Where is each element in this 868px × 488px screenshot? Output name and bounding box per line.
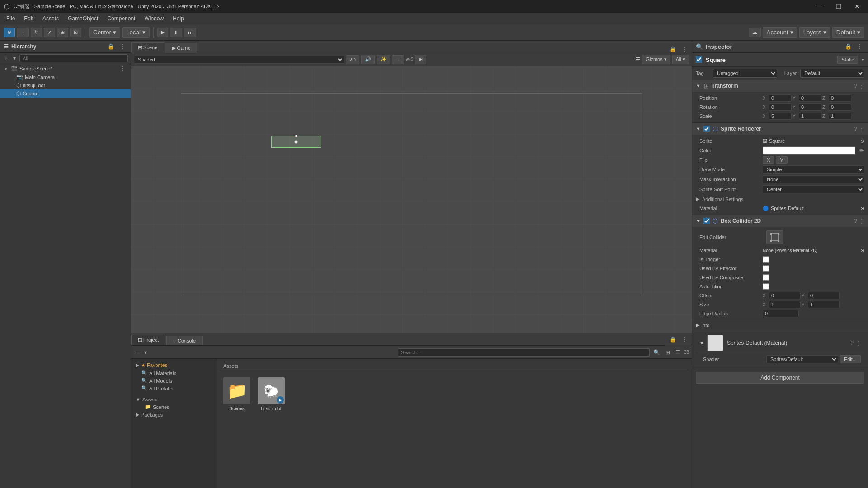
color-eyedropper-icon[interactable]: ✏ (859, 147, 864, 154)
menu-file[interactable]: File (2, 14, 19, 23)
game-tab[interactable]: ▶ Game (165, 43, 197, 53)
scene-nav-toggle[interactable]: → (392, 55, 404, 64)
sprite-renderer-header[interactable]: ▼ ⬡ Sprite Renderer ? ⋮ (692, 123, 868, 135)
transform-handle-center[interactable] (294, 140, 298, 144)
menu-component[interactable]: Component (103, 14, 140, 23)
bc2d-settings[interactable]: ⋮ (859, 218, 864, 224)
hierarchy-menu[interactable]: ⋮ (118, 43, 127, 50)
fav-all-materials[interactable]: 🔍 All Materials (134, 369, 214, 377)
project-lock[interactable]: 🔒 (668, 336, 678, 343)
fav-all-models[interactable]: 🔍 All Models (134, 377, 214, 385)
transform-help[interactable]: ? (854, 83, 857, 89)
draw-mode-select[interactable]: Simple (763, 165, 864, 174)
console-tab[interactable]: ≡ Console (166, 336, 203, 345)
project-view-toggle[interactable]: ☰ (674, 349, 682, 356)
sr-active-checkbox[interactable] (703, 126, 710, 132)
project-dropdown[interactable]: ▾ (142, 349, 149, 356)
layer-select[interactable]: Default (800, 69, 864, 78)
sr-help[interactable]: ? (854, 126, 857, 132)
tool-move[interactable]: ⊕ (4, 28, 15, 37)
scene-lock[interactable]: 🔒 (668, 46, 678, 53)
material-settings[interactable]: ⋮ (855, 340, 861, 346)
scale-x[interactable] (769, 113, 792, 120)
pause-button[interactable]: ⏸ (170, 28, 182, 37)
shading-select[interactable]: Shaded (134, 56, 344, 64)
step-button[interactable]: ⏭ (184, 28, 196, 37)
scene-grid-toggle[interactable]: ⊞ (415, 55, 426, 64)
object-active-checkbox[interactable] (696, 56, 702, 63)
hierarchy-item-samplescene[interactable]: ▼ 🎬 SampleScene* ⋮ (0, 64, 131, 73)
position-z[interactable] (829, 94, 851, 102)
mask-interaction-select[interactable]: None (763, 175, 864, 183)
flip-y-button[interactable]: Y (776, 156, 787, 164)
scene-menu[interactable]: ⋮ (118, 65, 127, 72)
scene-audio-toggle[interactable]: 🔊 (361, 55, 375, 64)
menu-gameobject[interactable]: GameObject (63, 14, 103, 23)
used-by-composite-checkbox[interactable] (763, 274, 769, 281)
rotation-x[interactable] (769, 103, 792, 111)
scene-2d-toggle[interactable]: 2D (346, 55, 359, 64)
scene-effects-toggle[interactable]: ✨ (377, 55, 390, 64)
close-button[interactable]: ✕ (850, 1, 864, 12)
shader-edit-button[interactable]: Edit... (840, 355, 861, 363)
project-filter[interactable]: ⊞ (664, 349, 672, 356)
auto-tiling-checkbox[interactable] (763, 283, 769, 290)
shader-select[interactable]: Sprites/Default (766, 355, 838, 363)
assets-tree-header[interactable]: ▼ Assets (134, 396, 214, 403)
edit-collider-button[interactable] (766, 230, 783, 244)
transform-header[interactable]: ▼ ⊞ Transform ? ⋮ (692, 80, 868, 92)
sprite-sort-point-select[interactable]: Center (763, 185, 864, 193)
cloud-button[interactable]: ☁ (749, 28, 761, 37)
tool-rect[interactable]: ⊞ (57, 28, 68, 37)
scene-tab[interactable]: ⊞ Scene (131, 42, 164, 53)
asset-scenes[interactable]: 📁 Scenes (222, 375, 252, 413)
pivot-dropdown[interactable]: Center ▾ (89, 27, 120, 38)
material-select-icon[interactable]: ⊙ (860, 206, 864, 211)
menu-edit[interactable]: Edit (19, 14, 38, 23)
layers-dropdown[interactable]: Layers ▾ (799, 27, 830, 38)
hierarchy-item-maincamera[interactable]: 📷 Main Camera (0, 73, 131, 81)
tool-scale[interactable]: ⤢ (44, 28, 55, 37)
minimize-button[interactable]: — (812, 1, 828, 12)
additional-settings-toggle[interactable]: ▶ Additional Settings (692, 194, 868, 204)
scene-view[interactable] (131, 66, 692, 333)
is-trigger-checkbox[interactable] (763, 256, 769, 263)
bc2d-help[interactable]: ? (854, 218, 857, 224)
inspector-lock[interactable]: 🔒 (843, 43, 854, 50)
asset-hitsuji[interactable]: 🐑 ▶ hitsuji_dot (256, 375, 287, 413)
material-help[interactable]: ? (850, 340, 854, 346)
tool-rotate[interactable]: ↻ (31, 28, 42, 37)
used-by-effector-checkbox[interactable] (763, 265, 769, 272)
scale-z[interactable] (829, 113, 851, 120)
rotation-y[interactable] (799, 103, 821, 111)
scale-y[interactable] (799, 113, 821, 120)
bc2d-active-checkbox[interactable] (703, 218, 710, 224)
inspector-menu[interactable]: ⋮ (855, 43, 864, 50)
assets-tree-scenes[interactable]: 📁 Scenes (134, 403, 214, 411)
space-dropdown[interactable]: Local ▾ (122, 27, 150, 38)
tool-transform[interactable]: ⊡ (70, 28, 81, 37)
rotation-z[interactable] (829, 103, 851, 111)
favorites-header[interactable]: ▶ ★ Favorites (134, 361, 214, 369)
offset-x[interactable] (769, 292, 801, 299)
size-y[interactable] (808, 301, 840, 308)
play-button[interactable]: ▶ (157, 28, 168, 37)
sr-settings[interactable]: ⋮ (859, 126, 864, 132)
color-picker[interactable] (763, 146, 855, 155)
info-toggle[interactable]: ▶ Info (696, 322, 864, 328)
position-y[interactable] (799, 94, 821, 102)
static-dropdown-icon[interactable]: ▾ (862, 57, 864, 63)
menu-assets[interactable]: Assets (38, 14, 63, 23)
static-button[interactable]: Static (837, 56, 858, 64)
menu-help[interactable]: Help (168, 14, 189, 23)
project-add[interactable]: + (134, 349, 141, 356)
account-dropdown[interactable]: Account ▾ (763, 27, 797, 38)
size-x[interactable] (769, 301, 801, 308)
bc2d-material-select-icon[interactable]: ⊙ (860, 248, 864, 253)
gizmos-button[interactable]: Gizmos ▾ (642, 55, 670, 64)
box-collider-2d-header[interactable]: ▼ ⬡ Box Collider 2D ? ⋮ (692, 215, 868, 227)
add-component-button[interactable]: Add Component (696, 372, 864, 384)
menu-window[interactable]: Window (140, 14, 168, 23)
project-search[interactable] (398, 348, 650, 357)
project-search-icon[interactable]: 🔍 (651, 349, 662, 356)
